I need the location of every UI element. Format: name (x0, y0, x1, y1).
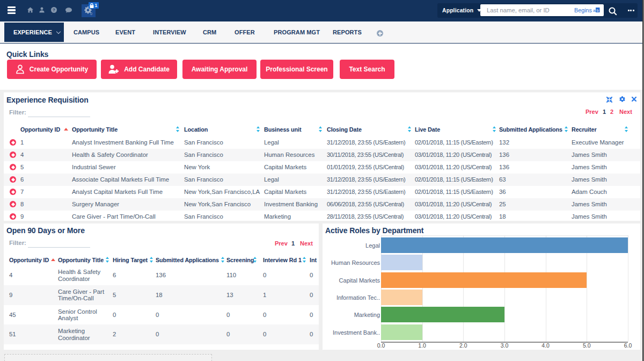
svg-text:?: ? (53, 8, 55, 12)
svg-text:a: a (593, 8, 596, 13)
svg-text:b: b (597, 8, 599, 13)
svg-text:0: 0 (90, 12, 92, 16)
